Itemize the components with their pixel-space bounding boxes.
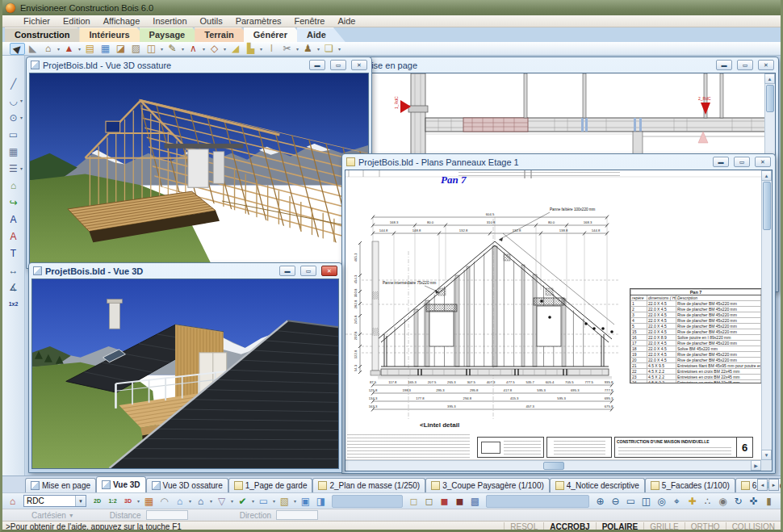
ribbon-tab-paysage[interactable]: Paysage — [140, 27, 205, 42]
circle-tool-dropdown-icon[interactable]: ▾ — [19, 115, 24, 120]
window-tool[interactable]: ▦ — [98, 43, 113, 55]
saved-views-tool-dropdown-icon[interactable]: ▾ — [250, 498, 256, 504]
rectangle-tool[interactable]: ▭ — [6, 128, 22, 142]
column-tool[interactable]: I — [264, 43, 279, 55]
camera-view-tool[interactable]: ⌂ — [172, 495, 187, 507]
floor-tool[interactable]: ▨ — [128, 43, 144, 55]
stairs-tool-dropdown-icon[interactable]: ▾ — [258, 46, 264, 52]
transparent-cube-tool[interactable]: ▩ — [467, 495, 483, 507]
find-text-tool[interactable]: T — [6, 246, 22, 261]
zoom-in-tool[interactable]: ⊕ — [592, 495, 608, 507]
section-tool[interactable]: ✂ — [279, 43, 295, 55]
menu-fenetre[interactable]: Fenêtre — [288, 16, 332, 26]
zoom-extents-tool[interactable]: ⌖ — [669, 495, 685, 507]
minimize-button[interactable]: ▬ — [716, 60, 732, 70]
image-tool[interactable]: ▣ — [298, 495, 313, 507]
restore-button[interactable]: ▭ — [330, 60, 346, 70]
close-button[interactable]: ✕ — [758, 60, 774, 70]
scroll-right-icon[interactable]: ▶ — [751, 460, 761, 471]
ossature-3d-viewport[interactable] — [29, 73, 369, 266]
figure-tool-dropdown-icon[interactable]: ▾ — [316, 46, 321, 52]
saved-views-tool[interactable]: ✔ — [235, 495, 250, 507]
list-tool-dropdown-icon[interactable]: ▾ — [19, 165, 24, 171]
sheet-tab-2-plan-de-masse-1-250[interactable]: 2_Plan de masse (1/250) — [312, 478, 425, 492]
door-tool[interactable]: ◪ — [113, 43, 128, 55]
window-vue-3d[interactable]: ProjetBois.bld - Vue 3D ▬ ▭ ✕ — [28, 262, 342, 473]
shaded-cube-tool[interactable]: ◼ — [437, 495, 452, 507]
window-titlebar[interactable]: Mise en page ▬ ▭ ✕ — [350, 57, 776, 73]
sheet-tab-5-facades-1-100[interactable]: 5_Facades (1/100) — [645, 478, 735, 492]
light-tool[interactable]: ▽ — [214, 495, 229, 507]
minimize-button[interactable]: ▬ — [713, 157, 729, 167]
menu-edition[interactable]: Edition — [57, 16, 97, 26]
menu-affichage[interactable]: Affichage — [97, 16, 147, 26]
annotation-tool[interactable]: ✎ — [165, 43, 180, 55]
minimize-button[interactable]: ▬ — [279, 266, 295, 276]
scroll-thumb[interactable] — [766, 85, 774, 112]
direction-input[interactable] — [276, 510, 318, 520]
furniture-tool-dropdown-icon[interactable]: ▾ — [159, 46, 165, 52]
level-selector[interactable]: RDC ▼ — [23, 495, 86, 507]
panel-tool-dropdown-icon[interactable]: ▾ — [271, 498, 277, 504]
status-toggle-ortho[interactable]: ORTHO — [685, 522, 726, 531]
elevation-tool[interactable]: 1:2 — [105, 495, 120, 507]
menu-outils[interactable]: Outils — [194, 16, 229, 26]
door-view-tool[interactable]: ◨ — [313, 495, 329, 507]
leader-text-tool[interactable]: A — [6, 229, 22, 244]
vertical-scrollbar[interactable]: ▲ ▼ — [761, 170, 772, 460]
overview-tool[interactable]: ◠ — [157, 495, 172, 507]
status-toggle-polaire[interactable]: POLAIRE — [596, 522, 643, 531]
tab-scroll-left-icon[interactable]: ◂ — [757, 479, 768, 491]
building-view-tool[interactable]: ▮ — [761, 495, 777, 507]
scroll-down-icon[interactable]: ▼ — [761, 450, 772, 460]
window-titlebar[interactable]: ProjetBois.bld - Vue 3D ▬ ▭ ✕ — [31, 263, 339, 279]
textured-cube-tool[interactable]: ◼ — [452, 495, 467, 507]
coordinate-mode-label[interactable]: Cartésien — [31, 511, 66, 520]
close-button[interactable]: ✕ — [321, 266, 337, 276]
sheet-tab-1-page-de-garde[interactable]: 1_Page de garde — [228, 478, 313, 492]
zoom-dynamic-tool[interactable]: ◎ — [654, 495, 669, 507]
restore-button[interactable]: ▭ — [737, 60, 753, 70]
brush-tool[interactable]: ◣ — [25, 43, 40, 55]
move-view-tool[interactable]: ✜ — [746, 495, 761, 507]
window-titlebar[interactable]: ProjetBois.bld - Vue 3D ossature ▬ ▭ ✕ — [29, 57, 369, 73]
section-tool-dropdown-icon[interactable]: ▾ — [295, 46, 300, 52]
light-tool-dropdown-icon[interactable]: ▾ — [229, 498, 235, 504]
restore-button[interactable]: ▭ — [300, 266, 316, 276]
measure-tool[interactable]: ∡ — [6, 280, 22, 295]
close-button[interactable]: ✕ — [755, 157, 771, 167]
distance-input[interactable] — [146, 510, 188, 520]
scroll-up-icon[interactable]: ▲ — [761, 170, 772, 181]
framing-tool[interactable]: ▲ — [61, 43, 77, 55]
arc-tool-dropdown-icon[interactable]: ▾ — [19, 98, 24, 103]
horizontal-scrollbar[interactable]: ▶ — [345, 460, 761, 471]
look-around-tool[interactable]: ◉ — [715, 495, 731, 507]
roof-tool[interactable]: ∧ — [186, 43, 201, 55]
wireframe-cube-tool[interactable]: ◻ — [406, 495, 421, 507]
panel-drawing-viewport[interactable]: Panne faîtière 100x220 mm Panne interméd… — [345, 170, 773, 471]
status-toggle-collision[interactable]: COLLISION — [726, 522, 781, 531]
framing-tool-dropdown-icon[interactable]: ▾ — [77, 46, 82, 52]
hatch-tool[interactable]: ▦ — [6, 145, 22, 159]
level-manager-tool[interactable]: ⌂ — [5, 495, 20, 507]
restore-button[interactable]: ▭ — [734, 157, 750, 167]
sheet-tab-4-notice-descriptive[interactable]: 4_Notice descriptive — [550, 478, 645, 492]
scroll-up-icon[interactable]: ▲ — [764, 73, 775, 84]
view-3d-tool[interactable]: 3D — [120, 495, 136, 507]
menu-insertion[interactable]: Insertion — [146, 16, 193, 26]
minimize-button[interactable]: ▬ — [309, 60, 325, 70]
render-3d-viewport[interactable] — [31, 279, 339, 469]
tab-scroll-right-icon[interactable]: ▸ — [768, 479, 779, 491]
zoom-out-tool[interactable]: ⊖ — [608, 495, 623, 507]
ribbon-tab-aide[interactable]: Aide — [297, 27, 345, 42]
text-tool[interactable]: A — [6, 212, 22, 227]
box-tool[interactable]: ▧ — [277, 495, 292, 507]
scroll-thumb[interactable] — [543, 462, 564, 470]
roof-tool-dropdown-icon[interactable]: ▾ — [201, 46, 207, 52]
house-wizard-tool-dropdown-icon[interactable]: ▾ — [56, 46, 61, 52]
window-vue-3d-ossature[interactable]: ProjetBois.bld - Vue 3D ossature ▬ ▭ ✕ — [26, 57, 372, 269]
dimension-tool[interactable]: ↔ — [6, 263, 22, 278]
close-button[interactable]: ✕ — [351, 60, 367, 70]
zoom-selected-tool[interactable]: ◫ — [639, 495, 654, 507]
scroll-thumb[interactable] — [763, 182, 771, 230]
